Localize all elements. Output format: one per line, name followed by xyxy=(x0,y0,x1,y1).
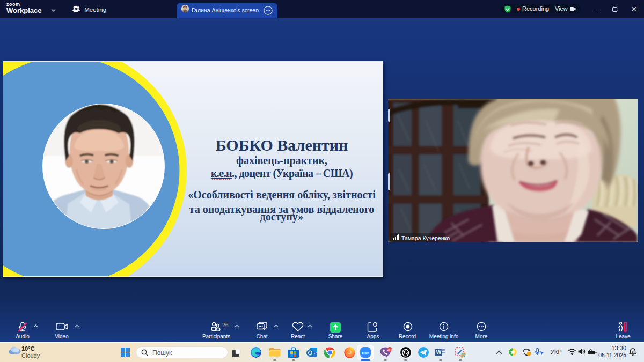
svg-text:zoom: zoom xyxy=(362,351,369,354)
svg-text:254: 254 xyxy=(387,348,392,351)
svg-text:Тамара Кучеренко: Тамара Кучеренко xyxy=(401,235,450,241)
svg-text:W: W xyxy=(436,350,442,356)
svg-text:z: z xyxy=(632,350,634,353)
